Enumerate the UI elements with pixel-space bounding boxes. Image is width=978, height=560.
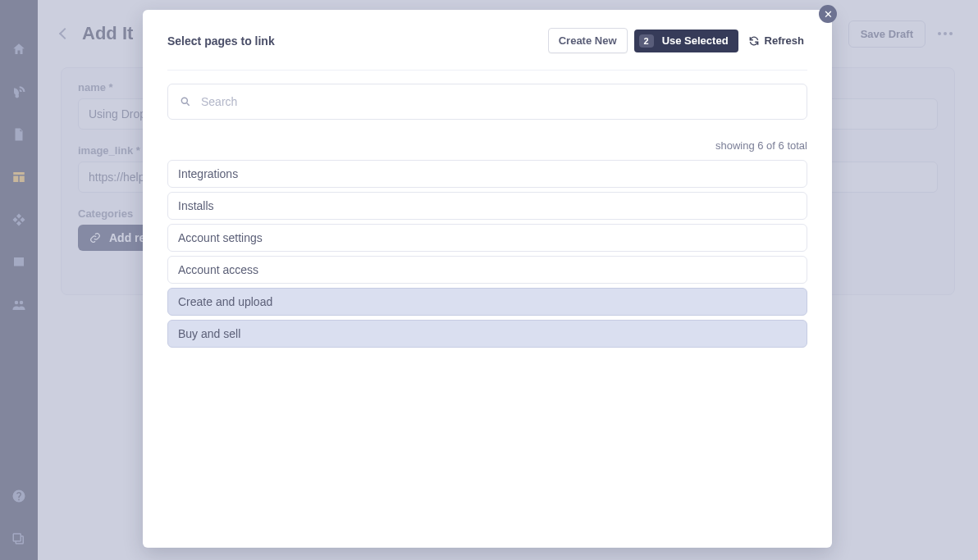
result-item[interactable]: Account access bbox=[167, 256, 807, 284]
result-item[interactable]: Integrations bbox=[167, 160, 807, 188]
result-list: IntegrationsInstallsAccount settingsAcco… bbox=[167, 160, 807, 348]
result-count-text: showing 6 of 6 total bbox=[167, 139, 807, 152]
refresh-button[interactable]: Refresh bbox=[745, 29, 807, 52]
use-selected-button[interactable]: 2 Use Selected bbox=[634, 30, 738, 52]
selected-count-badge: 2 bbox=[639, 34, 654, 48]
refresh-label: Refresh bbox=[765, 34, 804, 47]
svg-point-3 bbox=[181, 98, 187, 103]
use-selected-label: Use Selected bbox=[662, 34, 729, 47]
modal-header: Select pages to link Create New 2 Use Se… bbox=[167, 28, 807, 71]
create-new-button[interactable]: Create New bbox=[548, 28, 628, 53]
modal-close-button[interactable]: ✕ bbox=[819, 5, 837, 23]
result-item[interactable]: Account settings bbox=[167, 224, 807, 252]
close-icon: ✕ bbox=[824, 8, 833, 20]
search-icon bbox=[180, 96, 191, 107]
link-pages-modal: ✕ Select pages to link Create New 2 Use … bbox=[143, 10, 832, 548]
refresh-icon bbox=[748, 35, 760, 47]
modal-title: Select pages to link bbox=[167, 34, 275, 48]
result-item[interactable]: Installs bbox=[167, 192, 807, 220]
search-field[interactable] bbox=[167, 84, 807, 120]
result-item[interactable]: Create and upload bbox=[167, 288, 807, 316]
result-item[interactable]: Buy and sell bbox=[167, 320, 807, 348]
search-input[interactable] bbox=[201, 84, 795, 119]
